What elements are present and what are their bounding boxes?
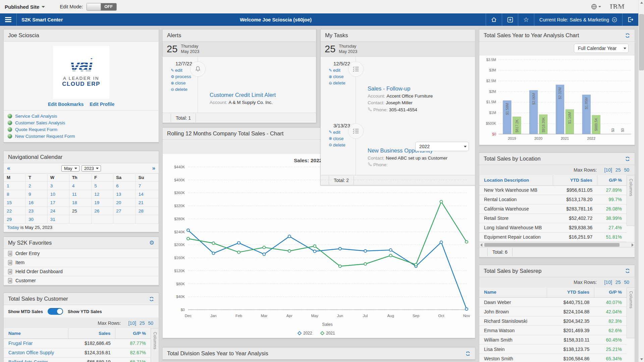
today-link[interactable]: Today [7,225,19,230]
calendar-day-link[interactable]: 29 [7,217,12,222]
calendar-day-link[interactable]: 14 [139,192,144,197]
row-name-link[interactable]: Ballard Arts Center [8,359,48,362]
current-role-menu[interactable]: Current Role: Sales & Marketing [534,13,622,26]
calendar-day-link[interactable]: 3 [50,183,53,188]
calendar-day-link[interactable]: 20 [116,200,121,205]
row-name-link[interactable]: Frugal Friar [8,341,33,346]
calendar-day-link[interactable]: 5 [94,183,97,188]
add-tab-button[interactable] [502,13,518,26]
calendar-day-link[interactable]: 27 [116,208,121,214]
calendar-day-link[interactable]: 1 [7,183,9,188]
calendar-day-link[interactable]: 11 [72,192,77,197]
calendar-day-link[interactable]: 22 [7,208,12,214]
columns-tab[interactable]: Columns [151,328,159,362]
scrollbar-thumb[interactable] [639,14,644,70]
year-select[interactable]: 2022 [415,142,469,151]
calendar-day-link[interactable]: 6 [116,183,119,188]
calendar-day-link[interactable]: 7 [139,183,141,188]
column-header[interactable]: G/P % [594,287,627,298]
max-rows-option[interactable]: [10] [604,280,612,285]
refresh-icon[interactable] [625,268,630,274]
calendar-day-link[interactable]: 28 [139,208,144,214]
calendar-month-select[interactable]: May [61,165,79,172]
language-menu[interactable] [591,4,601,10]
scroll-left-arrow[interactable] [480,243,482,247]
edit-link[interactable]: ✎edit [171,68,182,73]
logout-button[interactable] [622,13,638,26]
calendar-next-button[interactable]: » [152,165,155,172]
max-rows-option[interactable]: [10] [604,167,612,173]
bookmark-link[interactable]: Service Call Analysis [15,114,57,119]
close-link[interactable]: ⊗close [329,74,344,79]
calendar-day-link[interactable]: 8 [7,192,9,197]
calendar-day-link[interactable]: 31 [50,217,55,222]
column-header[interactable]: Sales [68,328,115,339]
refresh-icon[interactable] [149,296,154,302]
close-link[interactable]: ⊗close [171,80,186,85]
mtd-ytd-toggle[interactable] [48,308,63,315]
published-site-menu[interactable]: Published Site [5,4,45,10]
delete-link[interactable]: ⊖delete [171,87,187,92]
hamburger-menu-button[interactable] [0,13,17,26]
max-rows-option[interactable]: 50 [624,280,629,285]
entry-title-link[interactable]: Sales - Follow-up [368,85,410,92]
columns-tab[interactable]: Columns [627,287,635,338]
process-link[interactable]: ⚙process [171,74,191,79]
row-name-link[interactable]: Carston Office Supply [8,350,54,355]
calendar-day-link[interactable]: 9 [29,192,31,197]
refresh-icon[interactable] [625,156,630,162]
max-rows-option[interactable]: 25 [140,320,145,326]
scroll-up-arrow[interactable] [639,0,644,5]
max-rows-option[interactable]: 50 [148,320,153,326]
edit-mode-toggle[interactable]: OFF [87,3,117,11]
calendar-day-link[interactable]: 23 [29,208,34,214]
calendar-day-link[interactable]: 19 [94,200,99,205]
home-button[interactable] [486,13,502,26]
calendar-day-link[interactable]: 15 [7,200,12,205]
calendar-year-select[interactable]: 2023 [82,165,101,172]
calendar-day-link[interactable]: 18 [72,200,77,205]
refresh-icon[interactable] [625,33,630,38]
column-header[interactable]: Name [479,287,547,298]
range-select[interactable]: Full Calendar Year [574,44,629,53]
column-header[interactable]: Name [4,328,68,339]
gear-icon[interactable]: ⚙ [149,240,154,246]
calendar-day-link[interactable]: 26 [94,208,99,214]
close-link[interactable]: ⊗close [329,136,344,141]
max-rows-option[interactable]: 50 [624,167,629,173]
calendar-day-link[interactable]: 13 [116,192,121,197]
max-rows-option[interactable]: 25 [615,167,621,173]
calendar-day-link[interactable]: 12 [94,192,99,197]
bookmark-link[interactable]: Customer Sales Analysis [15,120,65,125]
favorite-item[interactable]: Item [4,258,159,267]
refresh-icon[interactable] [465,351,471,356]
calendar-day-link[interactable]: 4 [72,183,75,188]
favorite-item[interactable]: Held Order Dashboard [4,267,159,276]
edit-profile-link[interactable]: Edit Profile [90,102,114,107]
edit-link[interactable]: ✎edit [329,68,340,73]
max-rows-option[interactable]: [10] [128,320,136,326]
calendar-day-link[interactable]: 2 [29,183,31,188]
calendar-day-link[interactable]: 10 [50,192,55,197]
calendar-day-link[interactable]: 30 [29,217,34,222]
delete-link[interactable]: ⊖delete [329,80,345,85]
entry-title-link[interactable]: Customer Credit Limit Alert [210,92,276,98]
favorite-item[interactable]: Order Entry [4,249,159,258]
max-rows-option[interactable]: 25 [615,280,621,285]
bookmark-link[interactable]: New Customer Request Form [15,134,75,139]
scrollbar-thumb[interactable] [484,243,620,247]
edit-bookmarks-link[interactable]: Edit Bookmarks [48,102,84,107]
column-header[interactable]: Location Description [479,175,553,185]
scroll-right-arrow[interactable] [632,243,634,247]
calendar-day-link[interactable]: 21 [139,200,144,205]
edit-link[interactable]: ✎edit [329,130,340,135]
column-header[interactable]: G/P % [115,328,151,339]
columns-tab[interactable]: Columns [627,175,635,226]
column-header[interactable]: YTD Sales [553,175,597,185]
calendar-prev-button[interactable]: « [7,165,10,172]
delete-link[interactable]: ⊖delete [329,142,345,147]
favorites-button[interactable]: ☆ [518,13,534,26]
column-header[interactable]: G/P % [597,175,627,185]
calendar-day-link[interactable]: 17 [50,200,55,205]
calendar-day-link[interactable]: 16 [29,200,34,205]
